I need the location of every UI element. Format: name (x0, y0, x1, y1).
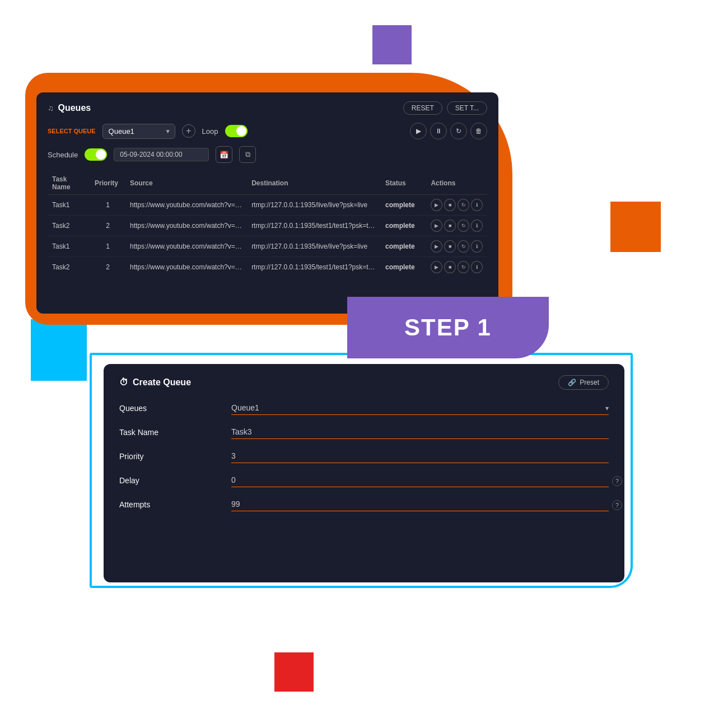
row-stop-button[interactable]: ■ (444, 220, 456, 232)
task-name-field-row: Task Name (119, 425, 609, 439)
add-queue-button[interactable]: + (182, 124, 195, 138)
queues-panel-title: ♫ Queues (48, 103, 91, 113)
priority-field-wrapper (231, 449, 609, 463)
step-badge-label: STEP 1 (404, 314, 492, 341)
play-button[interactable]: ▶ (410, 123, 427, 139)
reset-button[interactable]: RESET (403, 101, 442, 115)
task-name-cell: Task2 (48, 216, 90, 236)
task-name-field-label: Task Name (119, 428, 231, 437)
queues-header-buttons: RESET SET T... (403, 101, 487, 115)
delay-field-label: Delay (119, 476, 231, 485)
status-cell: complete (381, 257, 426, 278)
table-row: Task22https://www.youtube.com/watch?v=2Y… (48, 216, 487, 236)
action-buttons-group: ▶■↻ℹ (431, 220, 483, 232)
row-play-button[interactable]: ▶ (431, 220, 442, 232)
action-buttons-group: ▶■↻ℹ (431, 240, 483, 253)
th-task-name: Task Name (48, 172, 90, 195)
priority-cell: 1 (90, 195, 125, 216)
row-info-button[interactable]: ℹ (471, 261, 483, 273)
music-icon: ♫ (48, 104, 54, 113)
orange-decorative-square (610, 202, 661, 252)
destination-cell: rtmp://127.0.0.1:1935/live/live?psk=live (247, 236, 381, 257)
row-info-button[interactable]: ℹ (471, 220, 483, 232)
attempts-field-label: Attempts (119, 500, 231, 509)
source-cell: https://www.youtube.com/watch?v=2YnJ5nA2… (125, 257, 247, 278)
task-name-cell: Task1 (48, 236, 90, 257)
priority-cell: 1 (90, 236, 125, 257)
priority-field-label: Priority (119, 452, 231, 461)
row-stop-button[interactable]: ■ (444, 261, 456, 273)
row-play-button[interactable]: ▶ (431, 199, 442, 211)
actions-cell: ▶■↻ℹ (426, 257, 487, 278)
destination-cell: rtmp://127.0.0.1:1935/test1/test1?psk=te… (247, 257, 381, 278)
attempts-field-row: Attempts ? (119, 497, 609, 511)
queues-field-select[interactable]: Queue1 (231, 401, 609, 415)
set-button[interactable]: SET T... (447, 101, 487, 115)
row-refresh-button[interactable]: ↻ (458, 261, 469, 273)
tasks-table-header: Task Name Priority Source Destination St… (48, 172, 487, 195)
delay-field-wrapper: ? (231, 473, 609, 487)
delay-help-icon[interactable]: ? (612, 476, 622, 486)
loop-toggle[interactable] (225, 125, 248, 137)
th-actions: Actions (426, 172, 487, 195)
th-priority: Priority (90, 172, 125, 195)
row-stop-button[interactable]: ■ (444, 240, 456, 253)
loop-label: Loop (202, 127, 218, 136)
task-name-cell: Task1 (48, 195, 90, 216)
priority-input[interactable] (231, 449, 609, 463)
action-buttons-group: ▶■↻ℹ (431, 199, 483, 211)
row-refresh-button[interactable]: ↻ (458, 220, 469, 232)
th-destination: Destination (247, 172, 381, 195)
table-row: Task22https://www.youtube.com/watch?v=2Y… (48, 257, 487, 278)
source-cell: https://www.youtube.com/watch?v=naq84h81… (125, 236, 247, 257)
tasks-table-body: Task11https://www.youtube.com/watch?v=na… (48, 195, 487, 278)
row-stop-button[interactable]: ■ (444, 199, 456, 211)
refresh-button[interactable]: ↻ (450, 123, 467, 139)
queues-title-text: Queues (58, 103, 91, 113)
table-row: Task11https://www.youtube.com/watch?v=na… (48, 236, 487, 257)
queue-controls-row: SELECT QUEUE Queue1 ▼ + Loop ▶ ⏸ ↻ 🗑 (48, 123, 487, 139)
destination-cell: rtmp://127.0.0.1:1935/test1/test1?psk=te… (247, 216, 381, 236)
schedule-input[interactable] (114, 148, 209, 161)
actions-cell: ▶■↻ℹ (426, 236, 487, 257)
row-refresh-button[interactable]: ↻ (458, 240, 469, 253)
pause-button[interactable]: ⏸ (430, 123, 447, 139)
red-decorative-square (274, 652, 314, 692)
task-name-input[interactable] (231, 425, 609, 439)
queue-select[interactable]: Queue1 (102, 124, 175, 139)
schedule-toggle[interactable] (85, 148, 107, 161)
blue-decorative-square (31, 319, 87, 381)
schedule-row: Schedule 📅 ⧉ (48, 146, 487, 163)
queue-select-wrapper: Queue1 ▼ (102, 124, 175, 139)
queues-field-row: Queues Queue1 ▾ (119, 401, 609, 415)
schedule-label: Schedule (48, 151, 78, 159)
copy-icon-button[interactable]: ⧉ (239, 146, 256, 163)
calendar-icon-button[interactable]: 📅 (216, 146, 232, 163)
destination-cell: rtmp://127.0.0.1:1935/live/live?psk=live (247, 195, 381, 216)
th-status: Status (381, 172, 426, 195)
source-cell: https://www.youtube.com/watch?v=2YnJ5nA2… (125, 216, 247, 236)
queues-field-wrapper: Queue1 ▾ (231, 401, 609, 415)
row-play-button[interactable]: ▶ (431, 240, 442, 253)
actions-cell: ▶■↻ℹ (426, 195, 487, 216)
row-info-button[interactable]: ℹ (471, 240, 483, 253)
purple-decorative-square (372, 25, 412, 64)
delete-button[interactable]: 🗑 (470, 123, 487, 139)
delay-input[interactable] (231, 473, 609, 487)
task-name-field-wrapper (231, 425, 609, 439)
row-info-button[interactable]: ℹ (471, 199, 483, 211)
preset-button[interactable]: 🔗 Preset (558, 375, 609, 390)
attempts-input[interactable] (231, 497, 609, 511)
create-panel: ⏱ Create Queue 🔗 Preset Queues Queue1 ▾ … (104, 364, 624, 582)
priority-cell: 2 (90, 257, 125, 278)
create-title-text: Create Queue (133, 377, 191, 388)
row-refresh-button[interactable]: ↻ (458, 199, 469, 211)
row-play-button[interactable]: ▶ (431, 261, 442, 273)
queues-panel: ♫ Queues RESET SET T... SELECT QUEUE Que… (36, 92, 498, 314)
preset-btn-label: Preset (580, 379, 599, 386)
tasks-table: Task Name Priority Source Destination St… (48, 172, 487, 277)
queues-field-label: Queues (119, 404, 231, 413)
attempts-help-icon[interactable]: ? (612, 500, 622, 510)
queues-panel-header: ♫ Queues RESET SET T... (48, 101, 487, 115)
step-badge: STEP 1 (347, 297, 549, 358)
